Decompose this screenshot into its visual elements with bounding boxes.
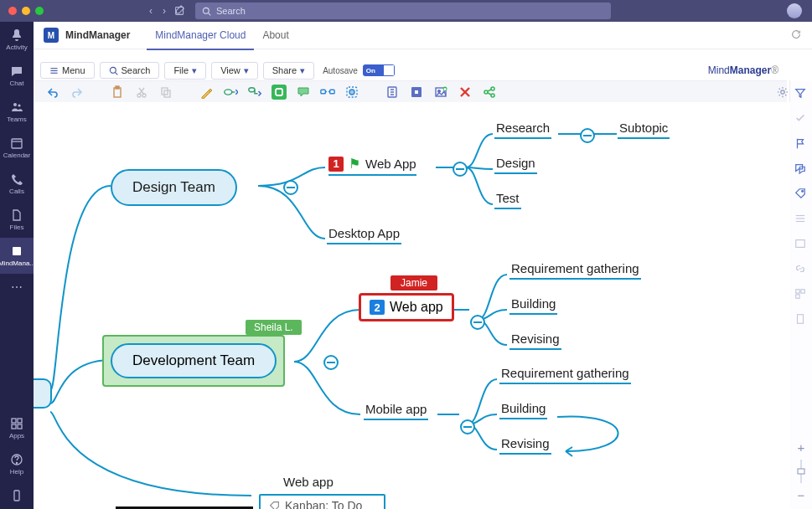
rail-calls[interactable]: Calls	[0, 166, 34, 202]
add-topic-icon[interactable]	[223, 85, 238, 100]
node-building-1[interactable]: Building	[509, 296, 557, 315]
redo-icon[interactable]	[70, 85, 85, 100]
panel-icon-1[interactable]	[794, 213, 808, 226]
collapse-mobile[interactable]	[460, 419, 475, 434]
menu-button[interactable]: Menu	[40, 62, 95, 79]
toolbar-ribbon	[34, 80, 787, 104]
nav-back-icon[interactable]: ‹	[149, 5, 153, 17]
svg-line-2	[209, 13, 211, 15]
global-search-input[interactable]: Search	[195, 3, 611, 19]
node-revising-2[interactable]: Revising	[499, 436, 551, 455]
add-relationship-icon[interactable]	[320, 85, 335, 100]
node-mobile-app[interactable]: Mobile app	[364, 402, 428, 420]
delete-icon[interactable]	[458, 85, 473, 100]
node-test[interactable]: Test	[494, 191, 521, 209]
rail-help[interactable]: Help	[0, 446, 34, 482]
check-icon[interactable]	[794, 112, 808, 126]
node-building-2[interactable]: Building	[499, 401, 547, 419]
priority-1-icon: 1	[328, 157, 344, 172]
rail-activity[interactable]: Activity	[0, 22, 34, 58]
collapse-research[interactable]	[580, 128, 595, 143]
mindmap-canvas[interactable]: Design Team 1 ⚑ Web App Research Design …	[34, 102, 790, 509]
node-web-app-1[interactable]: 1 ⚑ Web App	[328, 156, 416, 176]
node-req-2[interactable]: Requirement gathering	[499, 366, 631, 384]
node-design-team[interactable]: Design Team	[111, 169, 237, 206]
menu-file-button[interactable]: File▾	[164, 62, 206, 80]
window-controls[interactable]	[8, 7, 44, 15]
menu-share-button[interactable]: Share▾	[263, 62, 314, 80]
node-revising-1[interactable]: Revising	[509, 332, 561, 350]
settings-icon[interactable]	[775, 85, 790, 100]
share-icon[interactable]	[482, 85, 497, 100]
tab-cloud[interactable]: MindManager Cloud	[147, 22, 254, 50]
rail-calendar[interactable]: Calendar	[0, 130, 34, 166]
svg-point-43	[781, 90, 784, 94]
svg-rect-52	[798, 315, 804, 324]
collapse-development[interactable]	[323, 355, 339, 370]
svg-rect-29	[321, 90, 325, 94]
node-development-team[interactable]: Development Team	[102, 335, 285, 387]
svg-rect-11	[18, 424, 22, 429]
filter-icon[interactable]	[794, 87, 808, 100]
root-topic[interactable]	[34, 378, 52, 409]
comments-icon[interactable]	[794, 162, 808, 176]
nav-forward-icon[interactable]: ›	[163, 5, 166, 17]
rail-mindmanager[interactable]: MindMana...	[0, 238, 34, 274]
collapse-webapp2[interactable]	[470, 315, 485, 330]
app-header: M MindManager MindManager Cloud About	[34, 22, 812, 49]
window-titlebar: ‹ › Search	[0, 0, 812, 22]
compose-icon[interactable]	[174, 5, 185, 18]
tag-panel-icon[interactable]	[794, 188, 808, 201]
attach-icon[interactable]	[385, 85, 400, 100]
brand-label: MindManager®	[708, 64, 778, 76]
menu-view-button[interactable]: View▾	[211, 62, 258, 80]
rail-apps[interactable]: Apps	[0, 410, 34, 446]
link-icon[interactable]	[409, 85, 424, 100]
paste-icon[interactable]	[110, 85, 125, 100]
tab-about[interactable]: About	[254, 22, 297, 49]
node-subtopic[interactable]: Subtopic	[618, 121, 670, 139]
svg-rect-54	[798, 469, 804, 474]
zoom-out-button[interactable]: −	[798, 488, 805, 502]
undo-icon[interactable]	[45, 85, 60, 100]
menu-search-button[interactable]: Search	[100, 62, 160, 79]
collapse-design-team[interactable]	[283, 180, 298, 195]
format-painter-icon[interactable]	[199, 85, 214, 100]
user-avatar[interactable]	[787, 3, 802, 18]
rail-chat[interactable]: Chat	[0, 58, 34, 94]
node-desktop-app[interactable]: Desktop App	[327, 226, 401, 244]
refresh-icon[interactable]	[790, 28, 802, 43]
cut-icon[interactable]	[134, 85, 149, 100]
svg-point-40	[484, 90, 488, 94]
add-sibling-icon[interactable]	[272, 85, 287, 100]
node-req-1[interactable]: Requirement gathering	[509, 261, 641, 280]
menu-bar: Menu Search File▾ View▾ Share▾ Autosave …	[34, 60, 812, 80]
mindmanager-logo-icon: M	[44, 28, 59, 43]
panel-icon-4[interactable]	[794, 313, 808, 326]
node-web-app-2[interactable]: 2 Web app	[359, 293, 454, 321]
node-design[interactable]: Design	[494, 156, 537, 174]
rail-more[interactable]: ⋯	[0, 274, 34, 301]
svg-rect-50	[801, 290, 804, 293]
rail-teams[interactable]: Teams	[0, 94, 34, 130]
panel-link-icon[interactable]	[794, 263, 808, 276]
rail-device-icon[interactable]	[0, 482, 34, 509]
zoom-slider[interactable]	[797, 460, 805, 483]
autosave-toggle[interactable]: Autosave On	[323, 64, 395, 76]
node-web-app-3[interactable]: Web app	[283, 475, 334, 489]
add-subtopic-icon[interactable]	[247, 85, 262, 100]
rail-files[interactable]: Files	[0, 202, 34, 238]
svg-point-36	[438, 90, 441, 93]
node-research[interactable]: Research	[494, 121, 551, 139]
flag-panel-icon[interactable]	[794, 137, 808, 151]
add-callout-icon[interactable]	[296, 85, 311, 100]
add-boundary-icon[interactable]	[344, 85, 359, 100]
svg-rect-30	[330, 90, 334, 94]
panel-icon-3[interactable]	[794, 288, 808, 301]
panel-icon-2[interactable]	[794, 238, 808, 251]
copy-icon[interactable]	[158, 85, 173, 100]
image-icon[interactable]	[433, 85, 448, 100]
node-kanban[interactable]: Kanban: To Do	[259, 494, 385, 509]
collapse-webapp1[interactable]	[453, 162, 468, 177]
zoom-in-button[interactable]: +	[798, 440, 805, 455]
